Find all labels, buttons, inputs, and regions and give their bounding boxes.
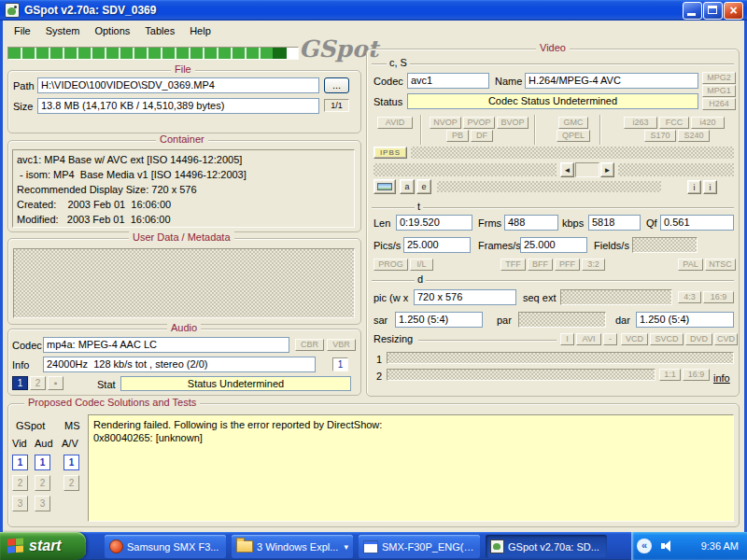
pics-field[interactable]: 25.000 xyxy=(403,237,471,253)
pvop-badge: PVOP xyxy=(463,117,495,129)
vid-test-2-button[interactable]: 2 xyxy=(12,475,28,491)
audio-info-field[interactable]: 24000Hz 128 kb/s tot , stereo (2/0) xyxy=(43,357,316,372)
error-line-2: 0x80040265: [unknown] xyxy=(93,431,728,444)
sar-field[interactable]: 1.250 (5:4) xyxy=(395,312,483,328)
divider xyxy=(372,280,734,282)
start-button[interactable]: start xyxy=(0,532,86,560)
mpg1-badge: MPG1 xyxy=(702,85,736,97)
frames-label: Frames/s xyxy=(478,240,521,251)
vid-test-3-button[interactable]: 3 xyxy=(12,496,28,511)
maximize-button[interactable] xyxy=(703,2,723,20)
video-status-field: Codec Status Undetermined xyxy=(407,93,698,109)
frames-field[interactable]: 25.000 xyxy=(520,237,587,253)
frame-prev-button[interactable]: ◄ xyxy=(560,162,574,177)
len-field[interactable]: 0:19.520 xyxy=(396,215,472,231)
app-icon[interactable] xyxy=(5,3,20,18)
audio-stream-1-button[interactable]: 1 xyxy=(12,376,28,390)
df-badge: DF xyxy=(471,130,493,142)
seqext-field xyxy=(560,289,672,305)
aud-test-3-button[interactable]: 3 xyxy=(35,496,50,511)
i-button-2[interactable]: i xyxy=(703,180,717,194)
dar-field[interactable]: 1.250 (5:4) xyxy=(636,312,734,328)
vid-test-1-button[interactable]: 1 xyxy=(12,455,28,470)
task-item-smx-window[interactable]: SMX-F30P_ENG(U... xyxy=(359,535,480,558)
dvd-badge: DVD xyxy=(685,333,712,345)
pics-label: Pics/s xyxy=(374,240,401,251)
audio-codec-field[interactable]: mp4a: MPEG-4 AAC LC xyxy=(43,337,289,353)
frame-next-button[interactable]: ► xyxy=(600,162,614,177)
e-button[interactable]: e xyxy=(416,179,431,194)
fields-field xyxy=(632,237,698,253)
audio-stream-2-button[interactable]: 2 xyxy=(30,376,46,390)
task-item-explorer-group[interactable]: 3 Windows Expl... ▾ xyxy=(232,535,353,558)
menu-item-file[interactable]: File xyxy=(7,22,38,39)
il-badge: I/L xyxy=(410,259,433,271)
aspect-43-badge: 4:3 xyxy=(678,291,701,303)
minimize-button[interactable] xyxy=(683,2,702,20)
container-line: - isom: MP4 Base Media v1 [ISO 14496-12:… xyxy=(17,167,350,182)
av-test-2-button[interactable]: 2 xyxy=(63,475,79,491)
window-border-left xyxy=(0,21,3,532)
aud-test-1-button[interactable]: 1 xyxy=(35,455,50,470)
audio-extra-button[interactable]: ▪ xyxy=(48,376,63,390)
gmc-badge: GMC xyxy=(558,117,588,129)
av-test-1-button[interactable]: 1 xyxy=(63,455,79,470)
divider xyxy=(599,115,601,145)
codec-status-sublabel: c, S xyxy=(387,57,410,68)
menu-item-help[interactable]: Help xyxy=(182,22,218,39)
container-group-title: Container xyxy=(156,133,208,146)
file-group-title: File xyxy=(171,63,195,76)
task-item-label: SMX-F30P_ENG(U... xyxy=(382,541,475,553)
vid-column-label: Vid xyxy=(12,438,27,449)
resize-row2-label: 2 xyxy=(376,371,382,382)
size-label: Size xyxy=(13,101,33,112)
close-button[interactable]: × xyxy=(724,2,743,20)
pal-badge: PAL xyxy=(678,259,703,271)
task-item-label: GSpot v2.70a: SD... xyxy=(508,541,599,553)
pb-badge: PB xyxy=(446,130,469,142)
pff-badge: PFF xyxy=(555,259,580,271)
task-item-gspot[interactable]: GSpot v2.70a: SD... xyxy=(486,535,607,558)
path-field[interactable]: H:\VIDEO\100VIDEO\SDV_0369.MP4 xyxy=(37,77,319,93)
resize-row1-label: 1 xyxy=(376,354,382,365)
kbps-label: kbps xyxy=(562,217,584,229)
volume-icon[interactable] xyxy=(659,539,674,553)
bff-badge: BFF xyxy=(528,259,553,271)
h264-badge: H264 xyxy=(702,98,736,110)
clock: 9:36 AM xyxy=(701,540,739,552)
resize-i-badge: I xyxy=(560,333,574,345)
size-field[interactable]: 13.8 MB (14,170 KB / 14,510,389 bytes) xyxy=(37,98,319,114)
pic-field[interactable]: 720 x 576 xyxy=(414,289,516,305)
qpel-badge: QPEL xyxy=(557,130,590,142)
video-name-label: Name xyxy=(495,76,522,87)
video-codec-field[interactable]: avc1 xyxy=(407,73,489,89)
fields-label: Fields/s xyxy=(594,240,629,251)
aud-test-2-button[interactable]: 2 xyxy=(35,475,50,491)
menu-item-tables[interactable]: Tables xyxy=(137,22,182,39)
i420-badge: i420 xyxy=(691,117,725,129)
preview-button[interactable] xyxy=(374,179,396,194)
frame-type-strip xyxy=(411,147,734,159)
i-button-1[interactable]: i xyxy=(687,180,701,194)
frms-field[interactable]: 488 xyxy=(504,215,558,231)
menu-item-options[interactable]: Options xyxy=(87,22,137,39)
info-link[interactable]: info xyxy=(713,372,730,384)
page-indicator[interactable]: 1/1 xyxy=(324,99,349,112)
container-line: Recommended Display Size: 720 x 576 xyxy=(17,182,350,197)
tray-chevron-button[interactable]: « xyxy=(637,539,652,553)
video-name-field[interactable]: H.264/MPEG-4 AVC xyxy=(525,73,698,89)
menu-item-system[interactable]: System xyxy=(38,22,88,39)
a-button[interactable]: a xyxy=(400,179,415,194)
browse-button[interactable]: ... xyxy=(324,77,349,93)
qf-field[interactable]: 0.561 xyxy=(660,215,734,231)
task-item-samsung[interactable]: Samsung SMX F3... xyxy=(105,535,226,558)
screen: GSpot v2.70a: SDV_0369 × File System Opt… xyxy=(0,0,747,560)
pic-label: pic (w x xyxy=(374,292,408,303)
video-status-label: Status xyxy=(374,96,402,107)
ipbs-button[interactable]: IPBS xyxy=(374,147,407,159)
dimensions-sublabel: d xyxy=(415,273,426,285)
audio-status-field: Status Undetermined xyxy=(120,376,351,391)
audio-codec-label: Codec xyxy=(12,340,42,351)
kbps-field[interactable]: 5818 xyxy=(588,215,641,231)
divider xyxy=(418,340,557,342)
